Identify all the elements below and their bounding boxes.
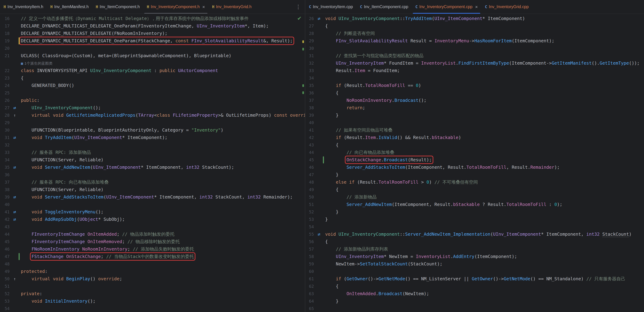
- line-number[interactable]: 32: [305, 60, 316, 67]
- code-text[interactable]: NewItem->SetTotalStackCount(StackCount);: [325, 261, 442, 266]
- line-number[interactable]: 40: [0, 201, 11, 208]
- code-text[interactable]: {: [325, 90, 338, 96]
- error-stripe-mark[interactable]: [302, 91, 304, 94]
- line-number[interactable]: 65: [305, 305, 316, 312]
- line-number[interactable]: 16: [0, 15, 11, 22]
- code-text[interactable]: DECLARE_DYNAMIC_MULTICAST_DELEGATE_OnePa…: [21, 38, 292, 44]
- line-number[interactable]: 27: [0, 104, 11, 112]
- line-number[interactable]: 33: [0, 149, 11, 156]
- line-number[interactable]: 54: [0, 305, 11, 312]
- line-number[interactable]: 31: [305, 52, 316, 60]
- editor-tab-Inv_InventoryItem.cpp[interactable]: CInv_InventoryItem.cpp: [305, 0, 356, 14]
- error-stripe-mark[interactable]: [302, 40, 304, 43]
- code-text[interactable]: }: [325, 217, 328, 222]
- code-text[interactable]: // 查找第一个与指定物品类型相匹配的物品: [325, 53, 424, 58]
- line-number[interactable]: 62: [305, 282, 316, 290]
- code-text[interactable]: if (Result.TotalRoomToFill == 0): [325, 83, 421, 88]
- line-number[interactable]: 50: [0, 275, 11, 282]
- line-number[interactable]: 35: [0, 164, 11, 171]
- code-text[interactable]: // 服务器 RPC: 向已有物品添加堆叠: [21, 180, 109, 185]
- code-text[interactable]: virtual void BeginPlay() override;: [21, 276, 122, 281]
- code-text[interactable]: Server_AddStacksToItem(ItemComponent, Re…: [325, 165, 560, 170]
- code-text[interactable]: {: [325, 284, 338, 289]
- line-number[interactable]: 53: [305, 216, 316, 223]
- line-number[interactable]: 53: [0, 298, 11, 305]
- line-number[interactable]: 48: [0, 260, 11, 268]
- code-text[interactable]: UFUNCTION(Server, Reliable): [21, 187, 104, 192]
- line-number[interactable]: 57: [305, 246, 316, 253]
- line-number[interactable]: 22: [0, 67, 11, 74]
- code-text[interactable]: UCLASS( ClassGroup=(Custom), meta=(Bluep…: [21, 53, 231, 58]
- line-number[interactable]: 36: [0, 171, 11, 178]
- code-text[interactable]: void ToggleInventoryMenu();: [21, 209, 104, 214]
- line-number[interactable]: 44: [0, 230, 11, 238]
- line-number[interactable]: 51: [0, 282, 11, 290]
- code-text[interactable]: // 向已有物品添加堆叠: [325, 150, 394, 155]
- implementations-gutter-icon[interactable]: ⇄: [316, 230, 322, 238]
- code-text[interactable]: {: [21, 76, 24, 80]
- code-text[interactable]: }: [325, 298, 338, 304]
- line-number[interactable]: 46: [305, 164, 316, 171]
- code-text[interactable]: OnStackChange.Broadcast(Result);: [325, 157, 432, 162]
- code-text[interactable]: // 添加新物品到库存列表: [325, 246, 388, 252]
- code-text[interactable]: NoRoomInInventory.Broadcast();: [325, 98, 426, 103]
- close-tab-icon[interactable]: ×: [202, 4, 205, 9]
- line-number[interactable]: 37: [305, 97, 316, 104]
- code-text[interactable]: FInv_SlotAvailabilityResult Result = Inv…: [325, 38, 554, 44]
- implementations-gutter-icon[interactable]: ⇄: [11, 193, 18, 201]
- code-text[interactable]: Server_AddNewItem(ItemComponent, Result.…: [325, 202, 562, 207]
- code-text[interactable]: // 添加新物品: [325, 194, 377, 200]
- line-number[interactable]: 28: [305, 30, 316, 37]
- line-number[interactable]: 39: [0, 193, 11, 201]
- line-number[interactable]: 34: [305, 74, 316, 82]
- line-number[interactable]: 21: [0, 52, 11, 60]
- overrides-gutter-icon[interactable]: ↑: [11, 112, 18, 119]
- code-text[interactable]: // 定义一个动态多播委托（Dynamic Multicast Delegate…: [21, 16, 249, 21]
- line-number[interactable]: 49: [305, 186, 316, 193]
- code-text[interactable]: void TryAddItem(UInv_ItemComponent* Item…: [21, 135, 168, 140]
- line-number[interactable]: 20: [0, 44, 11, 52]
- code-text[interactable]: void Server_AddNewItem(UInv_ItemComponen…: [21, 165, 234, 170]
- line-number[interactable]: 27: [305, 22, 316, 30]
- vcs-change-marker[interactable]: [18, 37, 21, 44]
- implementations-gutter-icon[interactable]: ⇄: [316, 15, 322, 22]
- inspections-ok-icon[interactable]: ✔: [297, 15, 302, 22]
- editor-tab-Inv_ItemComponent.cpp[interactable]: CInv_ItemComponent.cpp: [356, 0, 412, 14]
- implementations-gutter-icon[interactable]: ⇄: [11, 104, 18, 112]
- line-number[interactable]: 52: [305, 208, 316, 216]
- line-number[interactable]: 23: [0, 74, 11, 82]
- line-number[interactable]: 55: [305, 230, 316, 238]
- line-number[interactable]: 35: [305, 82, 316, 89]
- line-number[interactable]: 31: [0, 134, 11, 141]
- code-text[interactable]: else if (Result.TotalRoomToFill > 0) // …: [325, 180, 478, 185]
- code-text[interactable]: DECLARE_DYNAMIC_MULTICAST_DELEGATE(FNoRo…: [21, 31, 168, 36]
- line-number[interactable]: 38: [0, 186, 11, 193]
- line-number[interactable]: 58: [305, 253, 316, 260]
- code-text[interactable]: FStackChange OnStackChange; // 当物品Stack中…: [21, 254, 194, 259]
- code-text[interactable]: Result.Item = FoundItem;: [325, 68, 400, 73]
- line-number[interactable]: 36: [305, 89, 316, 97]
- line-number[interactable]: 44: [305, 149, 316, 156]
- vcs-change-marker[interactable]: [322, 156, 325, 164]
- vcs-change-marker[interactable]: [18, 253, 21, 260]
- code-text[interactable]: // 服务器 RPC: 添加新物品: [21, 150, 91, 155]
- line-number[interactable]: 42: [305, 134, 316, 141]
- line-number[interactable]: 61: [305, 275, 316, 282]
- line-number[interactable]: 32: [0, 141, 11, 149]
- code-text[interactable]: }: [325, 209, 338, 214]
- line-number[interactable]: 29: [0, 119, 11, 126]
- code-text[interactable]: UFUNCTION(Blueprintable, BlueprintAuthor…: [21, 128, 224, 133]
- line-number[interactable]: 60: [305, 268, 316, 275]
- line-number[interactable]: 43: [0, 223, 11, 230]
- line-number[interactable]: 29: [305, 37, 316, 44]
- line-number[interactable]: 45: [305, 156, 316, 164]
- editor-tab-Inv_InventoryGrid.h[interactable]: HInv_InventoryGrid.h: [208, 0, 255, 14]
- line-number[interactable]: 30: [0, 126, 11, 134]
- line-number[interactable]: 51: [305, 201, 316, 208]
- code-text[interactable]: public:: [21, 98, 40, 103]
- code-text[interactable]: class INVENTORYSYSTEM_API UInv_Inventory…: [21, 68, 218, 73]
- code-text[interactable]: {: [325, 187, 338, 192]
- implementations-gutter-icon[interactable]: ⇄: [11, 164, 18, 171]
- code-text[interactable]: // 判断是否有空间: [325, 31, 375, 36]
- code-text[interactable]: void InitialInventory();: [21, 298, 96, 304]
